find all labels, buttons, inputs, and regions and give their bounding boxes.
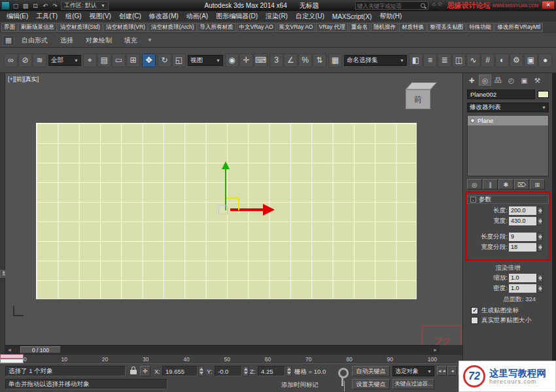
view-cube[interactable]: 前 xyxy=(400,82,436,112)
menu-item[interactable]: 动画(A) xyxy=(182,12,212,21)
set-key-button[interactable]: 设置关键点 xyxy=(352,379,390,389)
spinner-control[interactable] xyxy=(537,243,543,252)
edit-named-selection-sets-icon[interactable]: ▦ xyxy=(328,54,342,67)
viewport-canvas[interactable]: [+][前][真实] 前 72 xyxy=(5,73,462,345)
gizmo-x-arrowhead-icon[interactable] xyxy=(263,204,275,216)
timeline-tick[interactable]: 20 xyxy=(102,356,108,363)
snap-toggle-3d-icon[interactable]: 3 xyxy=(269,54,283,67)
param-value-field[interactable]: 430.0 xyxy=(509,217,536,225)
gizmo-y-arrowhead-icon[interactable] xyxy=(222,161,230,169)
use-pivot-point-icon[interactable]: ◉ xyxy=(225,54,239,67)
timeline-tick[interactable]: 0 xyxy=(24,356,27,363)
favorites-star-icon[interactable]: ☆ xyxy=(437,1,442,7)
bind-to-space-warp-icon[interactable]: ≋ xyxy=(33,54,46,67)
render-setup-icon[interactable]: ⚙ xyxy=(510,54,523,67)
rendered-frame-window-icon[interactable]: ▣ xyxy=(524,54,538,67)
app-logo[interactable] xyxy=(1,1,10,10)
menu-item[interactable]: 图形编辑器(D) xyxy=(212,12,262,21)
modify-tab-icon[interactable]: ◎ xyxy=(479,74,491,86)
selection-filter-dropdown[interactable]: 全部 ▼ xyxy=(48,55,81,66)
maxscript-mini-listener-script[interactable] xyxy=(0,359,24,363)
pin-stack-icon[interactable]: ◎ xyxy=(467,179,482,189)
workspace-dropdown[interactable]: 工作区: 默认 ▼ xyxy=(61,1,109,10)
y-spinner[interactable] xyxy=(243,366,249,376)
param-value-field[interactable]: 9 xyxy=(509,233,536,241)
material-editor-icon[interactable]: ◐ xyxy=(495,54,509,67)
redo-icon[interactable]: ↷ xyxy=(50,1,60,10)
timeline-tick[interactable]: 80 xyxy=(346,356,352,363)
menu-item[interactable]: 帮助(H) xyxy=(375,12,406,21)
go-to-start-button[interactable]: ◄◄ xyxy=(437,366,447,376)
timeline-tick[interactable]: 40 xyxy=(183,356,189,363)
menu-item[interactable]: 视图(V) xyxy=(86,12,115,21)
percent-snap-icon[interactable]: % xyxy=(298,54,312,67)
select-and-rotate-icon[interactable]: ↻ xyxy=(158,54,171,67)
keyboard-override-icon[interactable]: ⌨ xyxy=(254,54,268,67)
selection-status-field[interactable]: 选择了 1 个对象 xyxy=(5,366,126,376)
time-slider-bar[interactable]: ◄ 0 / 100 ► xyxy=(5,345,440,354)
timeline-tick[interactable]: 70 xyxy=(305,356,311,363)
motion-tab-icon[interactable]: ◴ xyxy=(505,74,517,86)
spinner-control[interactable] xyxy=(537,274,543,282)
param-value-field[interactable]: 200.0 xyxy=(509,206,536,215)
real-world-map-size-checkbox[interactable]: 真实世界贴图大小 xyxy=(471,316,552,325)
utilities-tab-icon[interactable]: ⚒ xyxy=(531,74,544,86)
show-end-result-icon[interactable]: ∥ xyxy=(483,179,498,189)
view-cube-top-face[interactable] xyxy=(406,82,437,90)
ribbon-tab[interactable]: 对象绘制 xyxy=(80,34,118,47)
script-button[interactable]: 中文VRay AO xyxy=(237,23,276,32)
configure-modifier-sets-icon[interactable]: ⊞ xyxy=(530,179,545,189)
script-button[interactable]: 界面 xyxy=(1,23,18,32)
remove-modifier-icon[interactable]: ⌦ xyxy=(514,179,529,189)
spinner-control[interactable] xyxy=(537,206,543,215)
script-button[interactable]: 整理丢失贴图 xyxy=(427,23,466,32)
view-cube-front-face[interactable]: 前 xyxy=(406,90,430,109)
collapse-icon[interactable]: - xyxy=(470,197,476,203)
timeline-tick[interactable]: 30 xyxy=(143,356,148,363)
script-button[interactable]: 清空材质球(VR) xyxy=(103,23,148,32)
viewport-label[interactable]: [+][前][真实] xyxy=(8,75,39,84)
unlink-selection-icon[interactable]: ⊘ xyxy=(18,54,32,67)
gizmo-xy-plane-handle-h[interactable] xyxy=(226,197,239,199)
ribbon-chevron-down-icon[interactable]: ▼ xyxy=(145,37,155,43)
maxscript-mini-listener-macro[interactable] xyxy=(0,354,24,359)
menu-item[interactable]: MAXScript(X) xyxy=(328,13,376,20)
reference-coordinate-dropdown[interactable]: 视图 ▼ xyxy=(188,55,223,66)
object-name-field[interactable]: Plane002 xyxy=(467,90,535,99)
spinner-control[interactable] xyxy=(537,233,543,241)
add-time-tag-text[interactable]: 添加时间标记 xyxy=(281,381,319,389)
set-key-icon[interactable] xyxy=(336,367,349,389)
named-selection-sets-dropdown[interactable]: 命名选择集 ▼ xyxy=(344,55,407,66)
mirror-icon[interactable]: ◧ xyxy=(409,54,423,67)
key-filters-button[interactable]: 关键点过滤器... xyxy=(392,379,434,389)
undo-icon[interactable]: ↶ xyxy=(41,1,50,10)
gizmo-x-axis[interactable] xyxy=(230,208,263,211)
menu-item[interactable]: 渲染(R) xyxy=(262,12,292,21)
prompt-field[interactable]: 单击并拖动以选择并移动对象 xyxy=(5,379,167,389)
home-icon[interactable]: ⌂ xyxy=(432,1,436,7)
hierarchy-tab-icon[interactable]: 品 xyxy=(492,74,504,86)
track-bar[interactable]: 0102030405060708090100 xyxy=(24,354,462,363)
time-slider-left-arrow-icon[interactable]: ◄ xyxy=(5,348,14,352)
menu-item[interactable]: 工具(T) xyxy=(32,12,61,21)
param-value-field[interactable]: 1.0 xyxy=(509,274,536,282)
auto-key-button[interactable]: 自动关键点 xyxy=(352,366,390,376)
make-unique-icon[interactable]: ✱ xyxy=(498,179,513,189)
render-production-icon[interactable]: ● xyxy=(538,54,552,67)
parameters-rollout-header[interactable]: - 参数 xyxy=(467,195,549,204)
script-button[interactable]: 特殊功能 xyxy=(466,23,494,32)
menu-item[interactable]: 创建(C) xyxy=(115,12,145,21)
visibility-bulb-icon[interactable] xyxy=(470,118,475,123)
checkbox[interactable] xyxy=(471,307,478,314)
generate-mapping-coords-checkbox[interactable]: 生成贴图坐标 xyxy=(471,306,552,316)
rectangular-selection-region-icon[interactable]: ▭ xyxy=(112,54,126,67)
curve-editor-icon[interactable]: ∿ xyxy=(466,54,480,67)
checkbox[interactable] xyxy=(471,317,478,324)
close-button[interactable]: ✕ xyxy=(542,1,555,9)
timeline-tick[interactable]: 60 xyxy=(265,356,271,363)
script-button[interactable]: 刷新场景信息 xyxy=(18,23,57,32)
absolute-offset-mode-toggle[interactable]: ✛ xyxy=(140,366,150,376)
create-tab-icon[interactable]: ✚ xyxy=(466,74,478,86)
menu-item[interactable]: 自定义(U) xyxy=(292,12,328,21)
select-and-link-icon[interactable]: ∞ xyxy=(4,54,18,67)
